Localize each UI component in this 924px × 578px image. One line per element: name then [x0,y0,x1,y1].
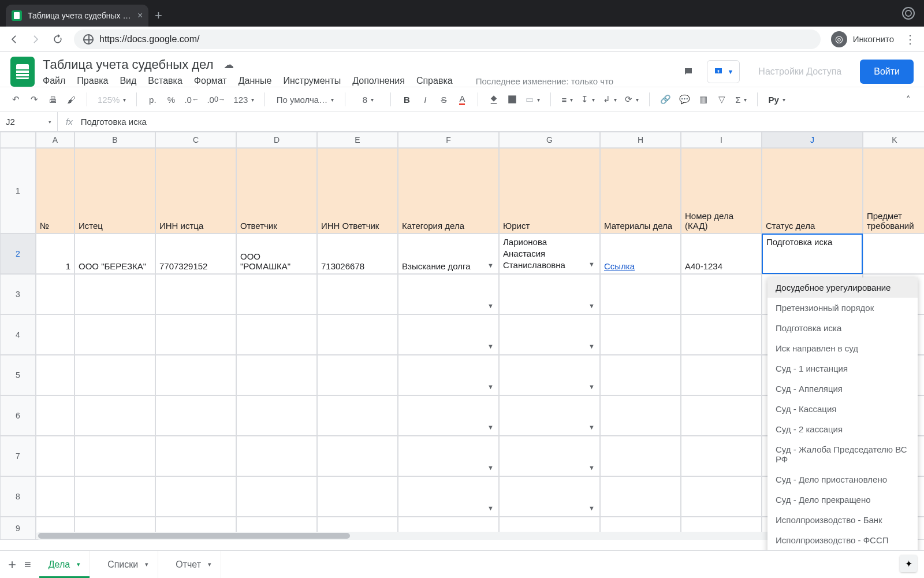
dropdown-option[interactable]: Досудебное урегулирование [767,277,918,298]
dropdown-option[interactable]: Суд - 2 кассация [767,419,918,439]
cell-C6[interactable] [155,395,236,436]
menu-format[interactable]: Формат [194,76,227,86]
header-status[interactable]: Статус дела [762,148,863,234]
cell-E5[interactable] [317,355,398,395]
cell-B8[interactable] [74,476,155,517]
undo-button[interactable]: ↶ [8,91,23,108]
header-inn-defendant[interactable]: ИНН Ответчик [317,148,398,234]
cell-E4[interactable] [317,314,398,355]
row-5-header[interactable]: 5 [0,355,36,395]
cell-J2-active[interactable]: Подготовка иска [762,234,863,274]
cell-D7[interactable] [236,436,317,476]
borders-button[interactable] [505,91,520,108]
menu-tools[interactable]: Инструменты [283,76,341,86]
dropdown-option[interactable]: Суд - 1 инстанция [767,358,918,379]
cell-E7[interactable] [317,436,398,476]
back-button[interactable] [8,34,20,45]
row-2-header[interactable]: 2 [0,234,36,274]
chevron-down-icon[interactable]: ▼ [588,343,595,350]
dropdown-option[interactable]: Суд - Дело приостановлено [767,469,918,490]
cell-B4[interactable] [74,314,155,355]
cell-C5[interactable] [155,355,236,395]
col-C[interactable]: C [155,132,236,148]
cell-A5[interactable] [36,355,74,395]
cell-F3[interactable]: ▼ [398,274,499,314]
link-button[interactable]: 🔗 [658,91,673,108]
merge-button[interactable]: ▭ [523,91,542,108]
dropdown-option[interactable]: Исполпроизводство - Банк [767,510,918,530]
dropdown-option[interactable]: Претензионный порядок [767,298,918,318]
cell-F7[interactable]: ▼ [398,436,499,476]
cell-D8[interactable] [236,476,317,517]
chevron-down-icon[interactable]: ▼ [588,383,595,390]
chevron-down-icon[interactable]: ▼ [588,302,595,309]
cell-I4[interactable] [681,314,762,355]
col-B[interactable]: B [74,132,155,148]
cell-H6[interactable] [600,395,681,436]
chevron-down-icon[interactable]: ▼ [588,464,595,471]
cell-F2[interactable]: Взыскание долга▼ [398,234,499,274]
chevron-down-icon[interactable]: ▼ [487,262,494,269]
cell-G2[interactable]: ЛарионоваАнастасияСтаниславовна ▼ [499,234,600,274]
cell-B3[interactable] [74,274,155,314]
cell-H7[interactable] [600,436,681,476]
add-sheet-button[interactable]: + [8,557,16,573]
cell-A7[interactable] [36,436,74,476]
cell-B5[interactable] [74,355,155,395]
last-edit-text[interactable]: Последнее изменение: только что [476,76,614,86]
cell-A3[interactable] [36,274,74,314]
dropdown-option[interactable]: Суд - Дело прекращено [767,490,918,510]
chevron-down-icon[interactable]: ▼ [588,505,595,512]
dropdown-option[interactable]: Суд - Жалоба Председателю ВС РФ [767,439,918,469]
wrap-button[interactable]: ↲ [601,91,619,108]
col-D[interactable]: D [236,132,317,148]
cell-F6[interactable]: ▼ [398,395,499,436]
cell-I2[interactable]: А40-1234 [681,234,762,274]
dropdown-option[interactable]: Подготовка иска [767,318,918,338]
fill-color-button[interactable] [486,91,501,108]
present-button[interactable]: ▼ [707,60,740,83]
cell-B2[interactable]: ООО "БЕРЕЗКА" [74,234,155,274]
select-all-corner[interactable] [0,132,36,148]
login-button[interactable]: Войти [860,60,914,84]
cell-G6[interactable]: ▼ [499,395,600,436]
header-category[interactable]: Категория дела [398,148,499,234]
menu-data[interactable]: Данные [239,76,272,86]
row-9-header[interactable]: 9 [0,517,36,540]
cell-G8[interactable]: ▼ [499,476,600,517]
header-caseno[interactable]: Номер дела (КАД) [681,148,762,234]
cell-D3[interactable] [236,274,317,314]
col-G[interactable]: G [499,132,600,148]
cell-E3[interactable] [317,274,398,314]
menu-insert[interactable]: Вставка [148,76,182,86]
menu-file[interactable]: Файл [43,76,65,86]
header-inn-plaintiff[interactable]: ИНН истца [155,148,236,234]
menu-view[interactable]: Вид [120,76,136,86]
row-4-header[interactable]: 4 [0,314,36,355]
chart-button[interactable]: ▥ [696,91,711,108]
sheet-tab-report[interactable]: Отчет [166,551,221,578]
cell-C4[interactable] [155,314,236,355]
address-bar[interactable]: https://docs.google.com/ [74,29,821,49]
menu-edit[interactable]: Правка [77,76,108,86]
status-dropdown[interactable]: Досудебное урегулирование Претензионный … [767,277,918,561]
paint-format-button[interactable]: 🖌 [64,91,79,108]
cell-A4[interactable] [36,314,74,355]
cell-D6[interactable] [236,395,317,436]
chevron-down-icon[interactable]: ▼ [487,343,494,350]
explore-button[interactable]: ✦ [900,555,917,572]
currency-button[interactable]: р. [145,91,160,108]
header-lawyer[interactable]: Юрист [499,148,600,234]
italic-button[interactable]: I [418,91,433,108]
col-J[interactable]: J [762,132,863,148]
cell-C3[interactable] [155,274,236,314]
cell-C7[interactable] [155,436,236,476]
percent-button[interactable]: % [163,91,178,108]
number-format-dropdown[interactable]: 123 [231,91,256,108]
name-box[interactable]: J2 [0,112,58,131]
dropdown-option[interactable]: Суд - Кассация [767,399,918,419]
cell-C2[interactable]: 7707329152 [155,234,236,274]
cell-H5[interactable] [600,355,681,395]
header-num[interactable]: № [36,148,74,234]
font-dropdown[interactable]: По умолча… [273,91,337,108]
